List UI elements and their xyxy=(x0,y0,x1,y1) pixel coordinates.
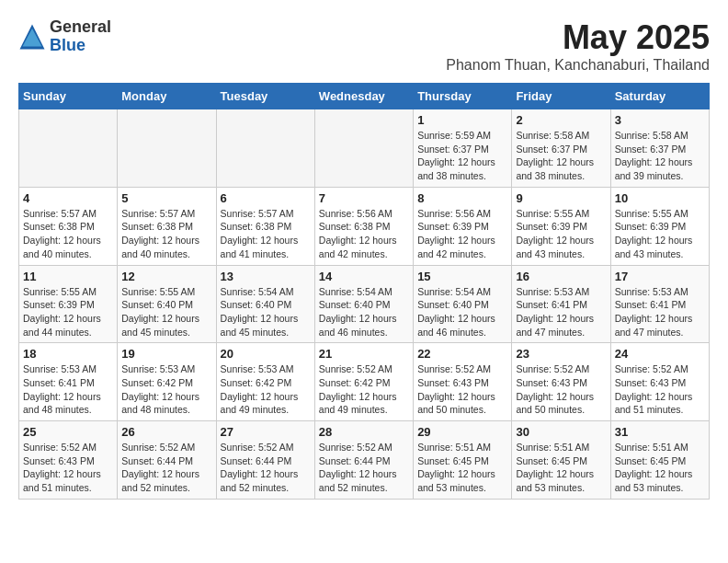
day-number: 29 xyxy=(417,425,507,439)
day-info: Sunrise: 5:58 AM Sunset: 6:37 PM Dayligh… xyxy=(516,129,606,183)
day-info: Sunrise: 5:52 AM Sunset: 6:44 PM Dayligh… xyxy=(121,441,211,495)
calendar-cell: 25Sunrise: 5:52 AM Sunset: 6:43 PM Dayli… xyxy=(19,421,118,500)
calendar-cell: 30Sunrise: 5:51 AM Sunset: 6:45 PM Dayli… xyxy=(512,421,610,500)
header-thursday: Thursday xyxy=(414,84,512,109)
logo-general: General xyxy=(50,18,111,37)
day-number: 31 xyxy=(615,425,705,439)
day-info: Sunrise: 5:54 AM Sunset: 6:40 PM Dayligh… xyxy=(221,285,311,339)
day-info: Sunrise: 5:52 AM Sunset: 6:43 PM Dayligh… xyxy=(23,441,113,495)
day-info: Sunrise: 5:54 AM Sunset: 6:40 PM Dayligh… xyxy=(319,285,409,339)
calendar-cell: 26Sunrise: 5:52 AM Sunset: 6:44 PM Dayli… xyxy=(118,421,216,500)
day-number: 17 xyxy=(615,270,705,283)
header-row: SundayMondayTuesdayWednesdayThursdayFrid… xyxy=(19,84,710,109)
day-number: 27 xyxy=(221,425,311,439)
title-section: May 2025 Phanom Thuan, Kanchanaburi, Tha… xyxy=(446,18,710,74)
day-info: Sunrise: 5:53 AM Sunset: 6:42 PM Dayligh… xyxy=(121,362,211,417)
day-number: 28 xyxy=(319,425,409,439)
calendar-cell: 10Sunrise: 5:55 AM Sunset: 6:39 PM Dayli… xyxy=(610,187,709,265)
calendar-cell: 3Sunrise: 5:58 AM Sunset: 6:37 PM Daylig… xyxy=(610,109,709,188)
calendar-cell: 17Sunrise: 5:53 AM Sunset: 6:41 PM Dayli… xyxy=(610,265,709,343)
calendar-cell: 15Sunrise: 5:54 AM Sunset: 6:40 PM Dayli… xyxy=(414,265,512,343)
week-row-3: 11Sunrise: 5:55 AM Sunset: 6:39 PM Dayli… xyxy=(19,265,710,343)
day-info: Sunrise: 5:57 AM Sunset: 6:38 PM Dayligh… xyxy=(221,207,311,261)
calendar-cell: 29Sunrise: 5:51 AM Sunset: 6:45 PM Dayli… xyxy=(414,421,512,500)
day-info: Sunrise: 5:51 AM Sunset: 6:45 PM Dayligh… xyxy=(417,441,507,495)
logo-text: General Blue xyxy=(50,18,111,55)
calendar-cell xyxy=(314,109,413,188)
day-info: Sunrise: 5:53 AM Sunset: 6:41 PM Dayligh… xyxy=(23,362,113,417)
day-number: 6 xyxy=(221,191,311,205)
logo-icon xyxy=(18,23,46,51)
day-number: 11 xyxy=(23,270,113,283)
day-number: 2 xyxy=(516,113,606,127)
calendar-cell: 12Sunrise: 5:55 AM Sunset: 6:40 PM Dayli… xyxy=(118,265,216,343)
calendar-cell: 20Sunrise: 5:53 AM Sunset: 6:42 PM Dayli… xyxy=(216,343,314,421)
calendar-cell: 11Sunrise: 5:55 AM Sunset: 6:39 PM Dayli… xyxy=(19,265,118,343)
day-number: 19 xyxy=(121,347,211,361)
calendar-cell: 6Sunrise: 5:57 AM Sunset: 6:38 PM Daylig… xyxy=(216,187,314,265)
day-info: Sunrise: 5:56 AM Sunset: 6:39 PM Dayligh… xyxy=(417,207,507,261)
day-number: 7 xyxy=(319,191,409,205)
day-info: Sunrise: 5:54 AM Sunset: 6:40 PM Dayligh… xyxy=(417,285,507,339)
day-info: Sunrise: 5:55 AM Sunset: 6:39 PM Dayligh… xyxy=(516,207,606,261)
day-info: Sunrise: 5:55 AM Sunset: 6:39 PM Dayligh… xyxy=(615,207,705,261)
header-monday: Monday xyxy=(118,84,216,109)
calendar-cell xyxy=(216,109,314,188)
calendar-cell: 1Sunrise: 5:59 AM Sunset: 6:37 PM Daylig… xyxy=(414,109,512,188)
logo-blue: Blue xyxy=(50,37,111,55)
day-number: 21 xyxy=(319,347,409,361)
day-number: 30 xyxy=(516,425,606,439)
day-number: 14 xyxy=(319,270,409,283)
day-number: 9 xyxy=(516,191,606,205)
calendar-cell: 27Sunrise: 5:52 AM Sunset: 6:44 PM Dayli… xyxy=(216,421,314,500)
week-row-5: 25Sunrise: 5:52 AM Sunset: 6:43 PM Dayli… xyxy=(19,421,710,500)
svg-marker-1 xyxy=(23,29,42,47)
calendar-cell: 31Sunrise: 5:51 AM Sunset: 6:45 PM Dayli… xyxy=(610,421,709,500)
week-row-1: 1Sunrise: 5:59 AM Sunset: 6:37 PM Daylig… xyxy=(19,109,710,188)
day-info: Sunrise: 5:55 AM Sunset: 6:39 PM Dayligh… xyxy=(23,285,113,339)
header-saturday: Saturday xyxy=(610,84,709,109)
calendar-cell: 18Sunrise: 5:53 AM Sunset: 6:41 PM Dayli… xyxy=(19,343,118,421)
day-info: Sunrise: 5:52 AM Sunset: 6:44 PM Dayligh… xyxy=(221,441,311,495)
calendar-table: SundayMondayTuesdayWednesdayThursdayFrid… xyxy=(18,83,710,500)
calendar-cell: 4Sunrise: 5:57 AM Sunset: 6:38 PM Daylig… xyxy=(19,187,118,265)
header-tuesday: Tuesday xyxy=(216,84,314,109)
day-number: 8 xyxy=(417,191,507,205)
day-number: 3 xyxy=(615,113,705,127)
calendar-cell: 19Sunrise: 5:53 AM Sunset: 6:42 PM Dayli… xyxy=(118,343,216,421)
day-info: Sunrise: 5:53 AM Sunset: 6:41 PM Dayligh… xyxy=(516,285,606,339)
month-year: May 2025 xyxy=(446,18,710,57)
day-number: 13 xyxy=(221,270,311,283)
calendar-cell: 28Sunrise: 5:52 AM Sunset: 6:44 PM Dayli… xyxy=(314,421,413,500)
header-friday: Friday xyxy=(512,84,610,109)
day-number: 18 xyxy=(23,347,113,361)
day-number: 1 xyxy=(417,113,507,127)
day-number: 25 xyxy=(23,425,113,439)
day-number: 4 xyxy=(23,191,113,205)
calendar-cell: 21Sunrise: 5:52 AM Sunset: 6:42 PM Dayli… xyxy=(314,343,413,421)
day-info: Sunrise: 5:58 AM Sunset: 6:37 PM Dayligh… xyxy=(615,129,705,183)
calendar-cell: 16Sunrise: 5:53 AM Sunset: 6:41 PM Dayli… xyxy=(512,265,610,343)
day-number: 15 xyxy=(417,270,507,283)
calendar-cell: 9Sunrise: 5:55 AM Sunset: 6:39 PM Daylig… xyxy=(512,187,610,265)
calendar-body: 1Sunrise: 5:59 AM Sunset: 6:37 PM Daylig… xyxy=(19,109,710,500)
day-info: Sunrise: 5:53 AM Sunset: 6:41 PM Dayligh… xyxy=(615,285,705,339)
calendar-cell: 23Sunrise: 5:52 AM Sunset: 6:43 PM Dayli… xyxy=(512,343,610,421)
day-number: 24 xyxy=(615,347,705,361)
calendar-cell: 14Sunrise: 5:54 AM Sunset: 6:40 PM Dayli… xyxy=(314,265,413,343)
day-number: 12 xyxy=(121,270,211,283)
day-info: Sunrise: 5:52 AM Sunset: 6:43 PM Dayligh… xyxy=(417,362,507,417)
calendar-cell: 7Sunrise: 5:56 AM Sunset: 6:38 PM Daylig… xyxy=(314,187,413,265)
day-number: 10 xyxy=(615,191,705,205)
location: Phanom Thuan, Kanchanaburi, Thailand xyxy=(446,57,710,74)
calendar-cell: 2Sunrise: 5:58 AM Sunset: 6:37 PM Daylig… xyxy=(512,109,610,188)
day-info: Sunrise: 5:51 AM Sunset: 6:45 PM Dayligh… xyxy=(615,441,705,495)
day-info: Sunrise: 5:53 AM Sunset: 6:42 PM Dayligh… xyxy=(221,362,311,417)
day-number: 5 xyxy=(121,191,211,205)
logo: General Blue xyxy=(18,18,111,55)
day-info: Sunrise: 5:52 AM Sunset: 6:42 PM Dayligh… xyxy=(319,362,409,417)
day-info: Sunrise: 5:52 AM Sunset: 6:44 PM Dayligh… xyxy=(319,441,409,495)
day-info: Sunrise: 5:57 AM Sunset: 6:38 PM Dayligh… xyxy=(121,207,211,261)
day-number: 22 xyxy=(417,347,507,361)
day-info: Sunrise: 5:52 AM Sunset: 6:43 PM Dayligh… xyxy=(615,362,705,417)
